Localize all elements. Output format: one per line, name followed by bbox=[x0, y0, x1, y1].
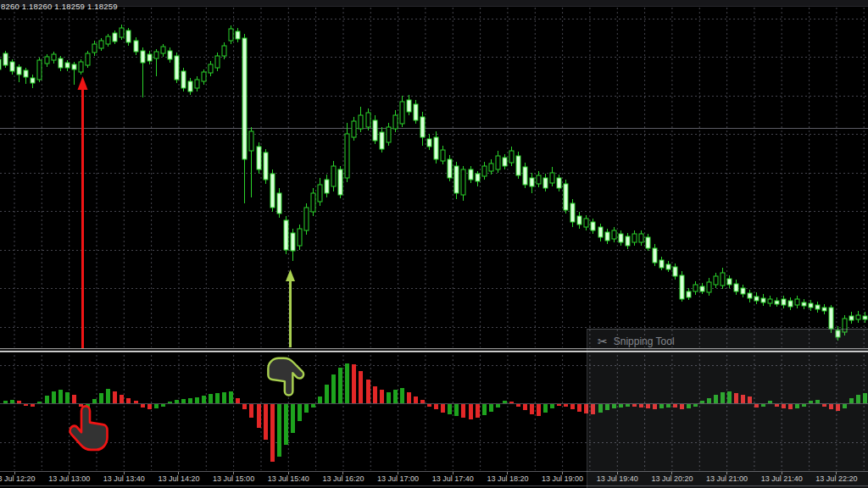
candle-body bbox=[829, 308, 833, 329]
histogram-bar bbox=[113, 391, 117, 403]
candle-body bbox=[420, 117, 425, 137]
histogram-bar bbox=[489, 404, 493, 412]
candle-body bbox=[393, 115, 398, 129]
candle-body bbox=[673, 267, 677, 276]
candle-body bbox=[632, 234, 637, 242]
histogram-bar bbox=[17, 401, 21, 403]
green-signal-arrow[interactable] bbox=[286, 269, 295, 347]
histogram-bar bbox=[3, 401, 8, 403]
red-hand-cursor-icon[interactable] bbox=[70, 406, 108, 450]
histogram-bar bbox=[543, 404, 548, 413]
candle-body bbox=[0, 59, 1, 69]
histogram-bar bbox=[58, 390, 63, 403]
candle-body bbox=[591, 222, 595, 230]
candle-body bbox=[605, 232, 609, 241]
candle-body bbox=[659, 260, 664, 268]
candle-body bbox=[509, 151, 514, 163]
candle-body bbox=[311, 193, 315, 212]
candle-body bbox=[612, 230, 616, 239]
candle-body bbox=[666, 264, 670, 269]
histogram-bar bbox=[202, 396, 206, 403]
histogram-bar bbox=[92, 399, 97, 403]
histogram-bar bbox=[229, 391, 233, 403]
histogram-bar bbox=[311, 404, 315, 408]
histogram-bar bbox=[380, 390, 384, 403]
candle-body bbox=[523, 167, 527, 185]
candle-body bbox=[427, 139, 431, 147]
candle-body bbox=[496, 156, 500, 169]
candle-body bbox=[434, 137, 438, 159]
histogram-bar bbox=[222, 392, 226, 403]
candle-body bbox=[298, 229, 302, 246]
candle-body bbox=[516, 156, 520, 175]
candle-body bbox=[188, 81, 192, 92]
histogram-bar bbox=[45, 396, 49, 403]
candle-body bbox=[598, 227, 603, 237]
histogram-bar bbox=[106, 389, 110, 403]
histogram-bar bbox=[318, 396, 322, 403]
candle-body bbox=[304, 208, 309, 230]
symbol-ohlc-quote: 8260 1.18260 1.18259 1.18259 bbox=[1, 2, 118, 11]
candle-body bbox=[52, 54, 56, 60]
trading-chart-window: 8260 1.18260 1.18259 1.18259 13 Jul 12:2… bbox=[0, 0, 868, 488]
candle-body bbox=[209, 64, 213, 73]
candle-body bbox=[754, 297, 759, 301]
histogram-bar bbox=[509, 402, 514, 403]
histogram-bar bbox=[161, 404, 165, 407]
histogram-bar bbox=[168, 402, 172, 403]
histogram-bar bbox=[448, 404, 452, 414]
red-signal-arrow[interactable] bbox=[78, 76, 88, 348]
candle-body bbox=[359, 115, 363, 129]
candle-body bbox=[270, 174, 275, 208]
candle-body bbox=[380, 132, 384, 149]
histogram-bar bbox=[181, 399, 186, 403]
candle-body bbox=[795, 299, 799, 305]
candle-body bbox=[181, 71, 186, 88]
candle-body bbox=[626, 236, 630, 246]
histogram-bar bbox=[407, 392, 411, 403]
candle-body bbox=[461, 169, 465, 195]
histogram-bar bbox=[264, 404, 268, 440]
snipping-tool-titlebar[interactable]: ✂ Snipping Tool bbox=[587, 330, 868, 347]
histogram-bar bbox=[557, 404, 561, 406]
candle-body bbox=[284, 220, 288, 250]
candle-body bbox=[809, 303, 813, 308]
candle-body bbox=[31, 78, 35, 83]
candle-body bbox=[400, 102, 404, 124]
candle-body bbox=[345, 134, 349, 178]
histogram-bar bbox=[10, 400, 14, 403]
candle-body bbox=[45, 57, 49, 64]
histogram-bar bbox=[387, 392, 391, 403]
candle-body bbox=[65, 63, 70, 68]
candle-body bbox=[10, 62, 14, 71]
candle-body bbox=[748, 293, 752, 298]
candle-body bbox=[454, 166, 459, 193]
histogram-bar bbox=[482, 404, 487, 415]
candle-body bbox=[741, 288, 745, 294]
snipping-tool-overlay-window[interactable]: ✂ Snipping Tool bbox=[587, 329, 868, 488]
histogram-bar bbox=[65, 392, 70, 403]
candle-body bbox=[58, 58, 63, 68]
histogram-bar bbox=[270, 404, 275, 462]
candle-body bbox=[141, 51, 145, 63]
candle-body bbox=[856, 315, 860, 319]
histogram-bar bbox=[99, 393, 103, 403]
candle-body bbox=[277, 193, 281, 214]
candle-body bbox=[264, 152, 268, 180]
candle-body bbox=[113, 33, 117, 42]
candle-body bbox=[782, 299, 786, 305]
candle-body bbox=[680, 275, 684, 299]
histogram-bar bbox=[249, 404, 253, 418]
histogram-bar bbox=[126, 398, 131, 403]
candle-body bbox=[318, 185, 322, 202]
histogram-bar bbox=[236, 398, 240, 403]
candle-body bbox=[24, 70, 28, 77]
candle-body bbox=[822, 308, 826, 311]
green-hand-cursor-icon[interactable] bbox=[268, 358, 303, 396]
candle-body bbox=[37, 60, 42, 80]
candle-body bbox=[564, 184, 568, 210]
candle-body bbox=[653, 248, 657, 263]
candle-body bbox=[550, 173, 554, 183]
histogram-bar bbox=[366, 380, 370, 403]
candle-body bbox=[72, 64, 76, 69]
